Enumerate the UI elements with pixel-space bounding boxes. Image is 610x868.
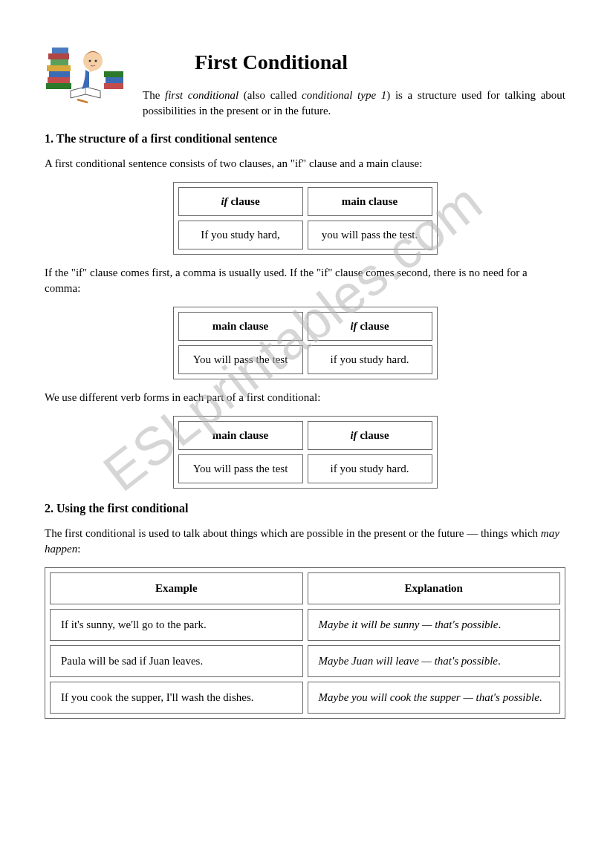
svg-rect-2 xyxy=(49,71,70,77)
t3-c1: You will pass the test xyxy=(178,454,303,483)
svg-rect-3 xyxy=(47,65,71,71)
svg-rect-4 xyxy=(51,59,68,65)
s2-p1-a: The first conditional is used to talk ab… xyxy=(45,527,541,539)
header-row: First Conditional The first conditional … xyxy=(45,37,565,119)
page-title: First Conditional xyxy=(143,50,565,74)
ex-row-1-exp-text: Maybe Juan will leave — that's possible xyxy=(319,655,499,667)
t2-c1: You will pass the test xyxy=(178,345,303,374)
svg-rect-14 xyxy=(104,71,123,77)
student-books-illustration xyxy=(45,31,126,105)
ex-header-example: Example xyxy=(50,572,303,604)
ex-row-0-exp-text: Maybe it will be sunny — that's possible xyxy=(319,619,499,630)
ex-row-0-explanation: Maybe it will be sunny — that's possible… xyxy=(308,609,561,641)
intro-a: The xyxy=(143,89,165,101)
t2-h2-clause: clause xyxy=(357,320,389,332)
intro-paragraph: The first conditional (also called condi… xyxy=(143,88,565,119)
clause-table-1: if clause main clause If you study hard,… xyxy=(173,182,438,255)
t2-h1: main clause xyxy=(178,312,303,341)
t1-c1: If you study hard, xyxy=(178,221,303,249)
svg-rect-12 xyxy=(104,83,123,89)
ex-header-explanation: Explanation xyxy=(308,572,561,604)
ex-row-2-explanation: Maybe you will cook the supper — that's … xyxy=(308,682,561,714)
ex-row-1-explanation: Maybe Juan will leave — that's possible. xyxy=(308,645,561,677)
section2-p1: The first conditional is used to talk ab… xyxy=(45,526,565,557)
t3-h2-if: if xyxy=(350,429,357,441)
ex-row-2-exp-text: Maybe you will cook the supper — that's … xyxy=(319,691,539,703)
t3-h2-clause: clause xyxy=(357,429,389,441)
svg-rect-5 xyxy=(48,53,69,59)
t3-h1: main clause xyxy=(178,421,303,450)
t1-h2: main clause xyxy=(308,187,432,216)
t3-c2: if you study hard. xyxy=(308,454,432,483)
section1-p2: If the "if" clause comes first, a comma … xyxy=(45,265,565,296)
t1-h1-clause: clause xyxy=(228,195,260,207)
section1-p1: A first conditional sentence consists of… xyxy=(45,156,565,172)
intro-b: first conditional xyxy=(165,89,239,101)
svg-line-15 xyxy=(77,99,88,102)
examples-table: Example Explanation If it's sunny, we'll… xyxy=(45,567,565,719)
t1-h1: if clause xyxy=(178,187,303,216)
intro-d: conditional type 1 xyxy=(302,89,386,101)
t3-h2: if clause xyxy=(308,421,432,450)
t2-h2: if clause xyxy=(308,312,432,341)
svg-rect-0 xyxy=(46,83,71,89)
svg-rect-13 xyxy=(106,77,123,83)
svg-point-10 xyxy=(89,60,91,62)
section2-heading: 2. Using the first conditional xyxy=(45,502,565,515)
ex-row-1-example: Paula will be sad if Juan leaves. xyxy=(50,645,303,677)
svg-rect-1 xyxy=(48,77,70,83)
clause-table-2: main clause if clause You will pass the … xyxy=(173,307,438,379)
svg-rect-6 xyxy=(52,48,68,53)
ex-row-0-example: If it's sunny, we'll go to the park. xyxy=(50,609,303,641)
s2-p1-c: : xyxy=(77,543,80,555)
section1-p3: We use different verb forms in each part… xyxy=(45,390,565,405)
header-text: First Conditional The first conditional … xyxy=(143,37,565,119)
t2-c2: if you study hard. xyxy=(308,345,432,374)
section1-heading: 1. The structure of a first conditional … xyxy=(45,132,565,146)
ex-row-2-example: If you cook the supper, I'll wash the di… xyxy=(50,682,303,714)
clause-table-3: main clause if clause You will pass the … xyxy=(173,416,438,489)
intro-c: (also called xyxy=(239,89,302,101)
svg-point-11 xyxy=(95,60,97,62)
t1-c2: you will pass the test. xyxy=(308,221,432,249)
t2-h2-if: if xyxy=(350,320,357,332)
t1-h1-if: if xyxy=(221,195,227,207)
